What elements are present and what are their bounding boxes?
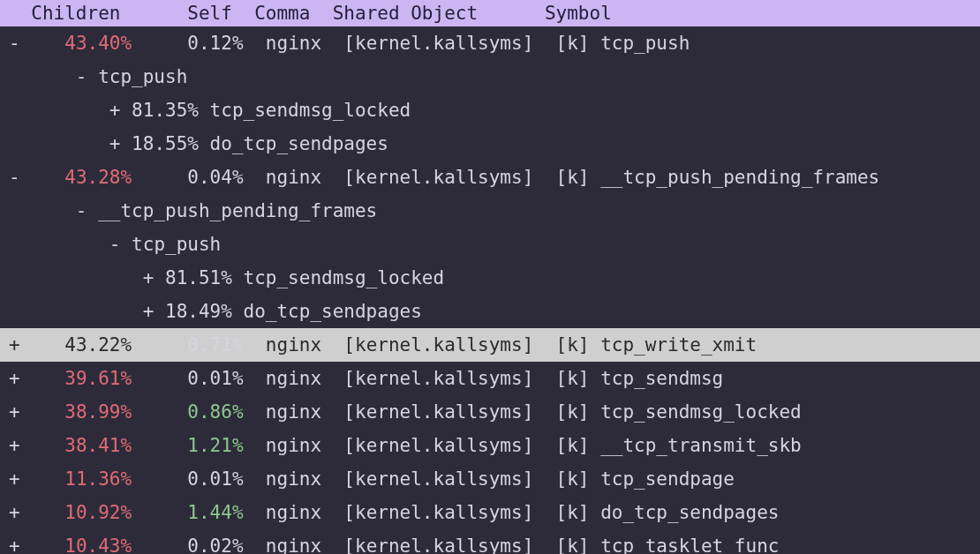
children-pct: 43.40% (31, 33, 132, 54)
self-pct: 1.21% (143, 435, 244, 456)
row-rest: nginx [kernel.kallsyms] [k] tcp_tasklet_… (244, 535, 780, 554)
expand-icon[interactable]: + (9, 468, 20, 490)
col-command[interactable]: Comma (254, 3, 333, 24)
row-rest: nginx [kernel.kallsyms] [k] tcp_write_xm… (244, 334, 758, 356)
expand-icon[interactable]: + (9, 435, 20, 456)
callchain-text: tcp_push (87, 66, 188, 87)
self-pct: 0.12% (143, 33, 244, 54)
perf-row[interactable]: + 39.61% 0.01% nginx [kernel.kallsyms] [… (0, 362, 980, 395)
column-header-row: Children Self Comma Shared Object Symbol (0, 0, 980, 26)
collapse-icon[interactable]: - (76, 200, 87, 221)
expand-icon[interactable]: + (9, 401, 20, 423)
collapse-icon[interactable]: - (109, 234, 121, 255)
children-pct: 10.92% (31, 502, 132, 523)
self-pct: 1.44% (143, 502, 244, 523)
collapse-icon[interactable]: - (76, 66, 87, 87)
self-pct: 0.86% (143, 401, 244, 423)
row-rest: nginx [kernel.kallsyms] [k] do_tcp_sendp… (244, 502, 780, 523)
children-pct: 43.22% (31, 334, 132, 356)
perf-row[interactable]: + 43.22% 0.71% nginx [kernel.kallsyms] [… (0, 328, 980, 362)
collapse-icon[interactable]: - (9, 167, 20, 188)
perf-row[interactable]: - 43.40% 0.12% nginx [kernel.kallsyms] [… (0, 26, 980, 60)
children-pct: 43.28% (31, 167, 132, 188)
expand-icon[interactable]: + (9, 535, 20, 554)
row-rest: nginx [kernel.kallsyms] [k] __tcp_push_p… (244, 167, 880, 188)
row-rest: nginx [kernel.kallsyms] [k] tcp_push (244, 33, 690, 54)
expand-icon[interactable]: + (143, 267, 155, 288)
expand-icon[interactable]: + (109, 133, 121, 154)
perf-row[interactable]: + 11.36% 0.01% nginx [kernel.kallsyms] [… (0, 462, 980, 496)
row-rest: nginx [kernel.kallsyms] [k] tcp_sendmsg (244, 368, 724, 389)
expand-icon[interactable]: + (109, 100, 121, 121)
expand-icon[interactable]: + (9, 368, 20, 389)
callchain-text: 18.55% do_tcp_sendpages (120, 133, 388, 154)
perf-row[interactable]: + 38.41% 1.21% nginx [kernel.kallsyms] [… (0, 429, 980, 462)
self-pct: 0.71% (143, 334, 244, 356)
callchain-line[interactable]: + 81.35% tcp_sendmsg_locked (0, 94, 980, 127)
children-pct: 38.41% (31, 435, 132, 456)
callchain-text: __tcp_push_pending_frames (87, 200, 378, 221)
expand-icon[interactable]: + (9, 502, 20, 523)
perf-row[interactable]: + 38.99% 0.86% nginx [kernel.kallsyms] [… (0, 395, 980, 429)
callchain-line[interactable]: - __tcp_push_pending_frames (0, 194, 980, 228)
callchain-line[interactable]: + 18.55% do_tcp_sendpages (0, 127, 980, 161)
children-pct: 10.43% (31, 535, 132, 554)
callchain-line[interactable]: - tcp_push (0, 60, 980, 94)
col-self[interactable]: Self (187, 3, 254, 24)
callchain-text: tcp_push (120, 234, 221, 255)
callchain-line[interactable]: - tcp_push (0, 228, 980, 261)
perf-report-body: - 43.40% 0.12% nginx [kernel.kallsyms] [… (0, 26, 980, 554)
perf-row[interactable]: + 10.43% 0.02% nginx [kernel.kallsyms] [… (0, 529, 980, 554)
col-children[interactable]: Children (9, 3, 187, 24)
callchain-text: 81.51% tcp_sendmsg_locked (154, 267, 444, 288)
children-pct: 38.99% (31, 401, 132, 423)
children-pct: 11.36% (31, 468, 132, 490)
callchain-line[interactable]: + 18.49% do_tcp_sendpages (0, 295, 980, 328)
expand-icon[interactable]: + (143, 301, 155, 322)
self-pct: 0.01% (143, 368, 244, 389)
col-shared-object[interactable]: Shared Object (333, 3, 545, 24)
collapse-icon[interactable]: - (9, 33, 20, 54)
callchain-text: 81.35% tcp_sendmsg_locked (120, 100, 411, 121)
row-rest: nginx [kernel.kallsyms] [k] tcp_sendmsg_… (244, 401, 802, 423)
expand-icon[interactable]: + (9, 334, 20, 356)
self-pct: 0.01% (143, 468, 244, 490)
self-pct: 0.02% (143, 535, 244, 554)
callchain-line[interactable]: + 81.51% tcp_sendmsg_locked (0, 261, 980, 295)
row-rest: nginx [kernel.kallsyms] [k] __tcp_transm… (244, 435, 802, 456)
perf-row[interactable]: - 43.28% 0.04% nginx [kernel.kallsyms] [… (0, 161, 980, 194)
callchain-text: 18.49% do_tcp_sendpages (154, 301, 421, 322)
perf-row[interactable]: + 10.92% 1.44% nginx [kernel.kallsyms] [… (0, 496, 980, 529)
col-symbol[interactable]: Symbol (545, 3, 612, 24)
children-pct: 39.61% (31, 368, 132, 389)
self-pct: 0.04% (143, 167, 244, 188)
row-rest: nginx [kernel.kallsyms] [k] tcp_sendpage (244, 468, 735, 490)
